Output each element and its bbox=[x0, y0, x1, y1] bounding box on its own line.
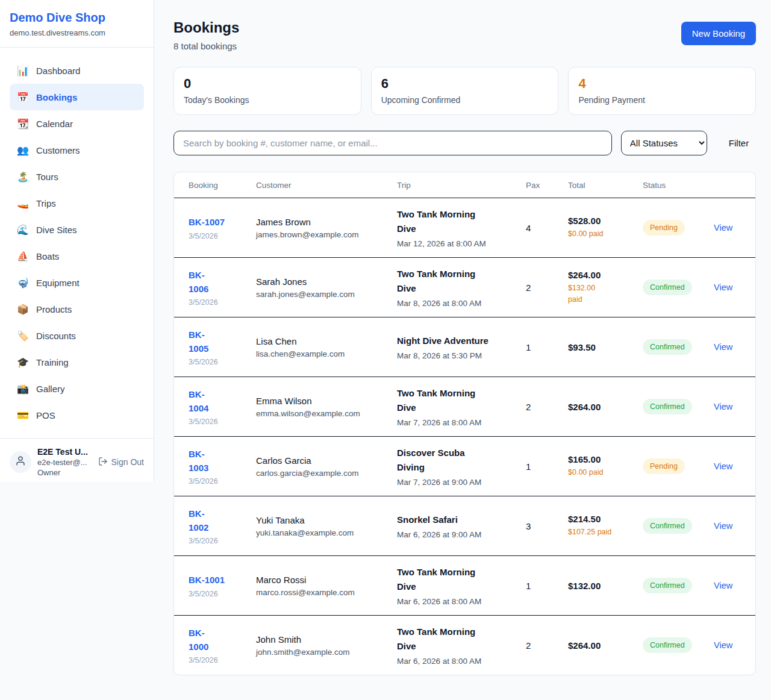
avatar bbox=[10, 451, 31, 473]
page-title-block: Bookings 8 total bookings bbox=[173, 19, 239, 51]
customer-name: Sarah Jones bbox=[256, 277, 389, 287]
stats-row: 0 Today's Bookings 6 Upcoming Confirmed … bbox=[173, 67, 756, 115]
customer-name: Carlos Garcia bbox=[256, 455, 389, 466]
pax-cell: 1 bbox=[526, 581, 568, 591]
status-filter-select[interactable]: All Statuses bbox=[621, 131, 707, 155]
column-header-status: Status bbox=[643, 181, 714, 190]
sidebar-item-trips[interactable]: 🚤 Trips bbox=[10, 190, 144, 216]
sidebar-item-customers[interactable]: 👥 Customers bbox=[10, 137, 144, 163]
amount-paid: $107.25 paid bbox=[568, 527, 634, 538]
sidebar-item-label: Gallery bbox=[36, 384, 65, 394]
customers-icon: 👥 bbox=[17, 145, 29, 156]
stat-value: 4 bbox=[578, 76, 746, 92]
booking-id-link[interactable]: BK- 1006 bbox=[189, 268, 208, 296]
view-link[interactable]: View bbox=[714, 461, 732, 471]
table-header-row: Booking Customer Trip Pax Total Status bbox=[174, 172, 755, 198]
sidebar-item-gallery[interactable]: 📸 Gallery bbox=[10, 375, 144, 402]
customer-cell: James Brown james.brown@example.com bbox=[256, 217, 397, 239]
sidebar-item-products[interactable]: 📦 Products bbox=[10, 296, 144, 322]
sign-out-button[interactable]: Sign Out bbox=[98, 457, 144, 468]
search-input[interactable] bbox=[173, 131, 612, 155]
sidebar-item-label: Boats bbox=[36, 251, 59, 261]
status-cell: Confirmed bbox=[643, 280, 714, 295]
trip-name: Two Tank Morning Dive bbox=[397, 267, 517, 296]
view-cell: View bbox=[714, 580, 741, 591]
sidebar-footer: E2E Test U... e2e-tester@... Owner Sign … bbox=[0, 438, 154, 486]
new-booking-button[interactable]: New Booking bbox=[681, 22, 756, 45]
status-badge: Confirmed bbox=[643, 339, 692, 355]
view-link[interactable]: View bbox=[714, 402, 732, 411]
customer-email: james.brown@example.com bbox=[256, 230, 389, 239]
table-body: BK-1007 3/5/2026 James Brown james.brown… bbox=[174, 198, 755, 675]
view-link[interactable]: View bbox=[714, 283, 732, 292]
customer-email: john.smith@example.com bbox=[256, 648, 389, 657]
sidebar-item-boats[interactable]: ⛵ Boats bbox=[10, 243, 144, 269]
sign-out-icon bbox=[98, 457, 108, 468]
view-link[interactable]: View bbox=[714, 342, 732, 352]
view-cell: View bbox=[714, 640, 741, 651]
status-cell: Pending bbox=[643, 220, 714, 236]
sidebar-item-label: POS bbox=[36, 410, 55, 420]
booking-cell: BK- 1006 3/5/2026 bbox=[189, 268, 256, 307]
total-amount: $264.00 bbox=[568, 402, 634, 412]
sidebar-item-pos[interactable]: 💳 POS bbox=[10, 402, 144, 428]
sidebar: Demo Dive Shop demo.test.divestreams.com… bbox=[0, 0, 154, 482]
brand-block: Demo Dive Shop demo.test.divestreams.com bbox=[0, 0, 154, 48]
status-badge: Confirmed bbox=[643, 518, 692, 534]
view-link[interactable]: View bbox=[714, 521, 732, 531]
booking-id-link[interactable]: BK-1001 bbox=[189, 573, 225, 587]
sidebar-item-discounts[interactable]: 🏷️ Discounts bbox=[10, 322, 144, 349]
page-subtitle: 8 total bookings bbox=[173, 41, 239, 51]
stat-card-upcoming-confirmed: 6 Upcoming Confirmed bbox=[371, 67, 559, 115]
booking-date: 3/5/2026 bbox=[189, 298, 248, 307]
booking-id-link[interactable]: BK- 1004 bbox=[189, 387, 208, 416]
column-header-total: Total bbox=[568, 181, 643, 190]
sidebar-item-equipment[interactable]: 🤿 Equipment bbox=[10, 269, 144, 296]
trip-name: Two Tank Morning Dive bbox=[397, 565, 517, 594]
sidebar-item-dashboard[interactable]: 📊 Dashboard bbox=[10, 57, 144, 84]
sidebar-item-bookings[interactable]: 📅 Bookings bbox=[10, 84, 144, 110]
brand-domain: demo.test.divestreams.com bbox=[10, 28, 144, 37]
gallery-icon: 📸 bbox=[17, 383, 29, 395]
booking-id-link[interactable]: BK- 1000 bbox=[189, 626, 208, 654]
table-row: BK- 1004 3/5/2026 Emma Wilson emma.wilso… bbox=[174, 377, 755, 436]
view-cell: View bbox=[714, 461, 741, 472]
user-icon bbox=[15, 455, 26, 469]
equipment-icon: 🤿 bbox=[17, 277, 29, 289]
sidebar-item-dive-sites[interactable]: 🌊 Dive Sites bbox=[10, 216, 144, 243]
pax-cell: 2 bbox=[526, 402, 568, 412]
status-badge: Pending bbox=[643, 220, 685, 236]
view-link[interactable]: View bbox=[714, 581, 732, 590]
booking-id-link[interactable]: BK- 1005 bbox=[189, 328, 208, 356]
stat-card-today-s-bookings: 0 Today's Bookings bbox=[173, 67, 361, 115]
training-icon: 🎓 bbox=[17, 357, 29, 368]
booking-cell: BK-1007 3/5/2026 bbox=[189, 215, 256, 240]
booking-id-link[interactable]: BK- 1003 bbox=[189, 447, 208, 475]
user-name: E2E Test U... bbox=[37, 447, 92, 457]
table-row: BK- 1002 3/5/2026 Yuki Tanaka yuki.tanak… bbox=[174, 496, 755, 555]
sidebar-item-calendar[interactable]: 📆 Calendar bbox=[10, 110, 144, 137]
view-link[interactable]: View bbox=[714, 223, 732, 233]
trip-date: Mar 8, 2026 at 8:00 AM bbox=[397, 299, 517, 308]
trip-date: Mar 6, 2026 at 9:00 AM bbox=[397, 530, 517, 539]
trip-cell: Two Tank Morning Dive Mar 6, 2026 at 8:0… bbox=[397, 565, 526, 606]
sidebar-item-tours[interactable]: 🏝️ Tours bbox=[10, 163, 144, 190]
table-row: BK- 1000 3/5/2026 John Smith john.smith@… bbox=[174, 615, 755, 675]
status-cell: Confirmed bbox=[643, 518, 714, 534]
pax-cell: 3 bbox=[526, 521, 568, 531]
view-link[interactable]: View bbox=[714, 640, 732, 650]
page-header: Bookings 8 total bookings New Booking bbox=[173, 19, 756, 51]
filter-button[interactable]: Filter bbox=[722, 133, 756, 153]
booking-id-link[interactable]: BK- 1002 bbox=[189, 507, 208, 535]
booking-id-link[interactable]: BK-1007 bbox=[189, 215, 225, 229]
trip-name: Two Tank Morning Dive bbox=[397, 386, 517, 415]
total-cell: $132.00 bbox=[568, 581, 643, 591]
trip-date: Mar 7, 2026 at 8:00 AM bbox=[397, 418, 517, 427]
column-header-pax: Pax bbox=[526, 181, 568, 190]
sidebar-item-training[interactable]: 🎓 Training bbox=[10, 349, 144, 375]
total-cell: $264.00 bbox=[568, 640, 643, 651]
booking-date: 3/5/2026 bbox=[189, 537, 248, 545]
booking-date: 3/5/2026 bbox=[189, 417, 248, 426]
products-icon: 📦 bbox=[17, 304, 29, 315]
customer-name: James Brown bbox=[256, 217, 389, 227]
